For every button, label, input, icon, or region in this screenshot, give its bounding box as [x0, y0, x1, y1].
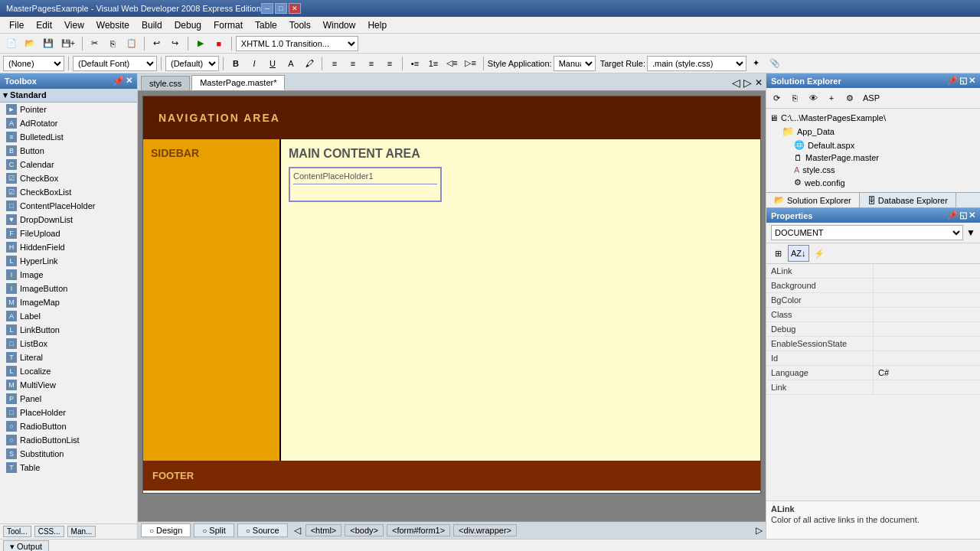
se-masterpage-item[interactable]: 🗒 MasterPage.master: [769, 152, 977, 164]
menu-file[interactable]: File: [3, 18, 30, 32]
toolbox-item-dropdownlist[interactable]: ▼ DropDownList: [0, 213, 137, 227]
output-tab[interactable]: ▾ Output: [3, 540, 49, 551]
toolbox-tab-tool[interactable]: Tool...: [3, 526, 31, 537]
style-select[interactable]: (None): [3, 56, 64, 71]
prop-row-bgcolor[interactable]: BgColor: [766, 293, 980, 308]
toolbox-tab-css[interactable]: CSS...: [34, 526, 64, 537]
menu-table[interactable]: Table: [249, 18, 283, 32]
save-btn[interactable]: 💾: [40, 35, 57, 52]
toolbox-item-imagebutton[interactable]: I ImageButton: [0, 282, 137, 295]
prop-class-value[interactable]: [874, 308, 980, 321]
prop-id-value[interactable]: [874, 351, 980, 365]
se-copyas-btn[interactable]: ⎘: [786, 90, 803, 106]
se-undock-btn[interactable]: ◱: [959, 76, 967, 86]
new-file-btn[interactable]: 📄: [3, 35, 20, 52]
menu-window[interactable]: Window: [317, 18, 362, 32]
menu-view[interactable]: View: [58, 18, 90, 32]
outdent-btn[interactable]: ◁≡: [443, 55, 460, 72]
se-close-btn[interactable]: ✕: [969, 76, 975, 86]
unordered-list-btn[interactable]: •≡: [407, 55, 423, 72]
prop-close-btn[interactable]: ✕: [969, 210, 975, 220]
toolbox-item-checkboxlist[interactable]: ☑ CheckBoxList: [0, 185, 137, 199]
menu-help[interactable]: Help: [361, 18, 393, 32]
breadcrumb-forward-btn[interactable]: ▷: [756, 525, 763, 536]
toolbox-item-label[interactable]: A Label: [0, 309, 137, 323]
tab-masterpage[interactable]: MasterPage.master*: [191, 75, 285, 90]
toolbox-item-imagemap[interactable]: M ImageMap: [0, 295, 137, 309]
run-btn[interactable]: ▶: [192, 35, 209, 52]
toolbox-pin-btn[interactable]: 📌: [113, 76, 124, 86]
prop-row-background[interactable]: Background: [766, 279, 980, 293]
tab-split[interactable]: ○ Split: [194, 523, 234, 537]
se-new-btn[interactable]: +: [823, 90, 840, 106]
redo-btn[interactable]: ↪: [167, 35, 184, 52]
bold-btn[interactable]: B: [227, 55, 244, 72]
prop-pin-btn[interactable]: 📌: [947, 210, 958, 220]
prop-row-debug[interactable]: Debug: [766, 322, 980, 337]
toolbox-item-listbox[interactable]: □ ListBox: [0, 337, 137, 350]
font-color-btn[interactable]: A: [283, 55, 299, 72]
toolbox-item-multiview[interactable]: M MultiView: [0, 378, 137, 392]
toolbox-item-adrotator[interactable]: A AdRotator: [0, 116, 137, 130]
underline-btn[interactable]: U: [264, 55, 281, 72]
breadcrumb-html[interactable]: <html>: [305, 524, 342, 536]
menu-build[interactable]: Build: [136, 18, 168, 32]
menu-format[interactable]: Format: [207, 18, 249, 32]
cut-btn[interactable]: ✂: [87, 35, 103, 52]
prop-link-value[interactable]: [874, 380, 980, 394]
prop-row-id[interactable]: Id: [766, 351, 980, 366]
bg-color-btn[interactable]: 🖍: [301, 55, 318, 72]
prop-row-enablesessionstate[interactable]: EnableSessionState: [766, 337, 980, 351]
ordered-list-btn[interactable]: 1≡: [425, 55, 442, 72]
doctype-select[interactable]: XHTML 1.0 Transition...: [236, 36, 358, 51]
toolbox-close-btn[interactable]: ✕: [126, 76, 132, 86]
toolbox-item-contentplaceholder[interactable]: □ ContentPlaceHolder: [0, 199, 137, 213]
toolbox-item-linkbutton[interactable]: L LinkButton: [0, 323, 137, 337]
align-right-btn[interactable]: ≡: [363, 55, 380, 72]
prop-categorized-btn[interactable]: ⊞: [769, 245, 786, 262]
exp-tab-solution[interactable]: 📂 Solution Explorer: [766, 193, 860, 207]
copy-btn[interactable]: ⎘: [105, 35, 122, 52]
prop-expand-btn[interactable]: ▼: [966, 227, 975, 238]
menu-tools[interactable]: Tools: [283, 18, 317, 32]
align-left-btn[interactable]: ≡: [326, 55, 343, 72]
se-properties-btn[interactable]: ⚙: [841, 90, 858, 106]
toolbox-tab-man[interactable]: Man...: [67, 526, 96, 537]
se-webconfig-item[interactable]: ⚙ web.config: [769, 176, 977, 189]
editor-close-btn[interactable]: ✕: [755, 77, 763, 88]
save-all-btn[interactable]: 💾+: [58, 35, 78, 52]
toolbox-item-pointer[interactable]: ► Pointer: [0, 103, 137, 116]
se-root-item[interactable]: 🖥 C:\...\MasterPagesExample\: [769, 112, 977, 124]
tab-design[interactable]: ○ Design: [141, 523, 191, 537]
editor-scroll-right[interactable]: ▷: [743, 77, 752, 89]
tab-style-css[interactable]: style.css: [141, 76, 190, 90]
prop-row-class[interactable]: Class: [766, 308, 980, 322]
italic-btn[interactable]: I: [246, 55, 263, 72]
toolbox-item-placeholder[interactable]: □ PlaceHolder: [0, 406, 137, 419]
open-btn[interactable]: 📂: [21, 35, 38, 52]
align-center-btn[interactable]: ≡: [345, 55, 361, 72]
toolbox-item-hiddenfield[interactable]: H HiddenField: [0, 240, 137, 254]
tab-source[interactable]: ○ Source: [237, 523, 288, 537]
se-appdata-item[interactable]: 📁 App_Data: [769, 124, 977, 139]
breadcrumb-form[interactable]: <form#form1>: [387, 524, 450, 536]
prop-enablesessionstate-value[interactable]: [874, 337, 980, 350]
paste-btn[interactable]: 📋: [123, 35, 140, 52]
content-placeholder[interactable]: ContentPlaceHolder1: [289, 167, 442, 202]
se-showall-btn[interactable]: 👁: [805, 90, 822, 106]
breadcrumb-back-btn[interactable]: ◁: [294, 525, 301, 536]
prop-background-value[interactable]: [874, 279, 980, 292]
prop-undock-btn[interactable]: ◱: [959, 210, 967, 220]
attach-style-btn[interactable]: 📎: [766, 55, 783, 72]
toolbox-item-fileupload[interactable]: F FileUpload: [0, 227, 137, 240]
breadcrumb-body[interactable]: <body>: [345, 524, 384, 536]
prop-row-alink[interactable]: ALink: [766, 264, 980, 279]
toolbox-item-image[interactable]: I Image: [0, 268, 137, 282]
breadcrumb-div[interactable]: <div.wrapper>: [453, 524, 517, 536]
toolbox-item-hyperlink[interactable]: L HyperLink: [0, 254, 137, 268]
toolbox-item-literal[interactable]: T Literal: [0, 350, 137, 364]
toolbox-item-bulletedlist[interactable]: ≡ BulletedList: [0, 130, 137, 144]
indent-btn[interactable]: ▷≡: [462, 55, 479, 72]
undo-btn[interactable]: ↩: [149, 35, 165, 52]
toolbox-item-radiobuttonlist[interactable]: ○ RadioButtonList: [0, 433, 137, 447]
